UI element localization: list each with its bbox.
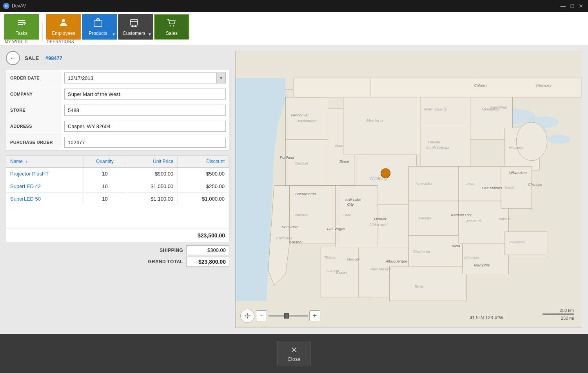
sale-number: #98477 [45,55,62,61]
map-zoom-plus-button[interactable]: + [309,310,320,321]
map-zoom-thumb[interactable] [284,313,289,319]
products-dropdown-arrow[interactable]: ▼ [112,32,116,36]
purchase-order-value [61,134,229,150]
row2-quantity: 10 [83,180,126,193]
svg-text:Wisconsin: Wisconsin [509,146,524,150]
app-logo: D [3,3,9,9]
map-area[interactable]: Calgary Winnipeg Vancouver Portland Bois… [235,51,582,328]
sales-button[interactable]: Sales [154,14,189,40]
customers-button[interactable]: Customers ▼ [118,14,153,40]
svg-text:Sacramento: Sacramento [295,192,316,196]
products-icon [93,18,103,29]
svg-rect-5 [97,19,99,21]
form-fields: ORDER DATE ▼ COMPANY STORE [6,70,229,150]
purchase-order-input[interactable] [64,137,226,148]
products-button[interactable]: Products ▼ [82,14,117,40]
map-pan-button[interactable] [240,309,254,323]
operations-label: OPERATIONS [46,40,78,45]
col-name[interactable]: Name ↑ [6,156,83,168]
svg-text:Lincoln: Lincoln [428,140,440,144]
svg-text:Minnesota: Minnesota [482,107,500,111]
order-date-input[interactable] [64,72,226,83]
svg-text:Wyoming: Wyoming [369,176,387,181]
svg-text:Albuquerque: Albuquerque [385,259,408,263]
company-label: COMPANY [6,86,61,102]
svg-rect-6 [131,20,138,25]
shipping-row: SHIPPING $300.00 [6,245,229,255]
svg-text:Nebraska: Nebraska [416,181,432,186]
main-window: Tasks MY WORLD [0,12,588,373]
company-row: COMPANY [6,86,229,102]
sales-icon [166,18,177,29]
svg-rect-35 [389,266,466,301]
svg-text:Fresno: Fresno [289,240,301,244]
col-quantity[interactable]: Quantity [83,156,126,168]
items-subtotal: $23,500.00 [6,229,229,242]
svg-text:Utah: Utah [343,213,352,217]
svg-text:Idaho: Idaho [335,144,345,148]
tasks-icon [17,18,26,29]
row2-unit-price: $1,050.00 [126,180,178,193]
svg-text:Winnipeg: Winnipeg [535,83,552,87]
store-label: STORE [6,102,61,118]
back-button[interactable]: ← [6,51,20,65]
address-input[interactable] [64,121,226,132]
sale-info: SALE #98477 [25,55,62,61]
map-controls: − + [240,309,320,323]
close-window-button[interactable]: ✕ [577,3,585,9]
products-label: Products [89,31,107,36]
table-empty-row [6,205,229,229]
totals-section: SHIPPING $300.00 GRAND TOTAL $23,800.00 [6,245,229,268]
title-bar-controls[interactable]: — □ ✕ [559,3,585,9]
svg-text:South Dakota: South Dakota [426,145,450,150]
col-unit-price[interactable]: Unit Price [126,156,178,168]
svg-text:New Mexico: New Mexico [370,267,391,271]
col-discount[interactable]: Discount [178,156,229,168]
shipping-value: $300.00 [186,245,229,255]
store-input[interactable] [64,105,226,116]
items-table: Name ↑ Quantity Unit Price Discount Proj… [6,156,229,229]
company-input[interactable] [64,89,226,100]
employees-icon [59,18,68,29]
employees-label: Employees [52,31,75,36]
customers-icon [129,18,139,29]
shipping-label: SHIPPING [160,248,183,253]
row3-name: SuperLED 50 [6,193,83,205]
svg-text:Chicago: Chicago [528,182,542,186]
row1-discount: $500.00 [178,168,229,180]
employees-button[interactable]: Employees [46,14,81,40]
order-date-row: ORDER DATE ▼ [6,70,229,86]
purchase-order-row: PURCHASE ORDER [6,134,229,150]
svg-marker-100 [249,315,250,317]
svg-text:Tulsa: Tulsa [451,244,460,248]
row2-name: SuperLED 42 [6,180,83,193]
svg-text:Illinois: Illinois [505,186,515,190]
order-date-dropdown-arrow[interactable]: ▼ [216,72,226,83]
ribbon-section-my-world: Tasks MY WORLD [4,14,39,45]
close-button[interactable]: ✕ Close [278,341,310,366]
svg-text:Vancouver: Vancouver [290,113,309,117]
sales-label: Sales [166,31,178,36]
map-zoom-slider[interactable] [269,315,308,317]
store-row: STORE [6,102,229,118]
svg-rect-45 [370,78,474,97]
left-panel: ← SALE #98477 ORDER DATE ▼ [6,51,229,328]
svg-point-17 [547,135,570,144]
map-svg: Calgary Winnipeg Vancouver Portland Bois… [236,51,582,328]
svg-text:San Jose: San Jose [282,225,298,229]
table-row: Projector PlusHT 10 $900.00 $500.00 [6,168,229,180]
grand-total-row: GRAND TOTAL $23,800.00 [6,257,229,267]
svg-text:Iowa: Iowa [466,181,475,186]
minimize-button[interactable]: — [559,3,568,9]
svg-rect-33 [409,201,459,235]
map-zoom-minus-button[interactable]: − [256,310,267,321]
close-label: Close [287,356,300,362]
customers-dropdown-arrow[interactable]: ▼ [148,32,152,36]
back-icon: ← [9,54,16,62]
svg-text:Memphis: Memphis [474,263,490,267]
tasks-button[interactable]: Tasks [4,14,39,40]
svg-marker-97 [247,313,248,315]
svg-text:Kansas City: Kansas City [451,213,472,217]
maximize-button[interactable]: □ [569,3,575,9]
ribbon: Tasks MY WORLD [0,12,588,45]
